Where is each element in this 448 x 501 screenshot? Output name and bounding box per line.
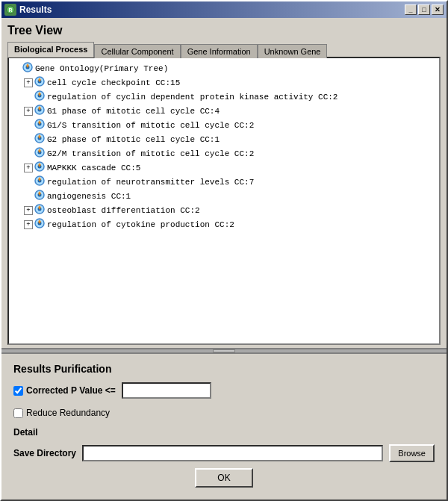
tree-item[interactable]: regulation of cyclin dependent protein k…: [12, 90, 436, 104]
save-directory-label: Save Directory: [13, 448, 76, 458]
gene-icon: [22, 62, 33, 75]
tree-item[interactable]: Gene Ontology(Primary Tree): [12, 61, 436, 75]
maximize-button[interactable]: □: [418, 4, 430, 15]
expand-button[interactable]: +: [24, 164, 33, 172]
tree-item-label: angiogenesis CC:1: [47, 192, 131, 201]
tree-item-label: regulation of neurotransmitter levels CC…: [47, 178, 254, 187]
title-bar-buttons: _ □ ✕: [405, 4, 444, 15]
tree-item-label: regulation of cytokine production CC:2: [47, 220, 234, 229]
expand-button[interactable]: +: [24, 107, 33, 116]
divider-bar[interactable]: [1, 348, 447, 354]
tree-item-label: G2 phase of mitotic cell cycle CC:1: [47, 135, 220, 144]
gene-icon: [34, 90, 45, 103]
tree-item[interactable]: +osteoblast differentiation CC:2: [12, 203, 436, 217]
browse-button[interactable]: Browse: [389, 444, 435, 462]
tree-item-label: G2/M transition of mitotic cell cycle CC…: [47, 149, 254, 158]
tree-item[interactable]: angiogenesis CC:1: [12, 189, 436, 203]
gene-icon: [34, 175, 45, 188]
tree-item-label: G1 phase of mitotic cell cycle CC:4: [47, 107, 220, 116]
tab-gene-information[interactable]: Gene Information: [181, 44, 258, 58]
tree-content[interactable]: Gene Ontology(Primary Tree)+cell cycle c…: [7, 57, 441, 345]
tab-cellular-component[interactable]: Cellular Component: [94, 44, 180, 58]
corrected-p-row: Corrected P Value <=: [13, 382, 435, 399]
gene-icon: [34, 147, 45, 160]
expand-button[interactable]: +: [24, 220, 33, 229]
corrected-p-checkbox[interactable]: [13, 386, 23, 396]
tree-view-title: Tree View: [7, 24, 441, 37]
tree-item[interactable]: +MAPKKK cascade CC:5: [12, 161, 436, 175]
tree-item-label: G1/S transition of mitotic cell cycle CC…: [47, 121, 254, 130]
tree-item[interactable]: +G1 phase of mitotic cell cycle CC:4: [12, 104, 436, 118]
corrected-p-input[interactable]: [122, 382, 211, 399]
tabs-container: Biological Process Cellular Component Ge…: [7, 42, 441, 57]
reduce-redundancy-row: Reduce Redundancy: [13, 408, 435, 418]
gene-icon: [34, 133, 45, 146]
results-purification: Results Purification Corrected P Value <…: [7, 357, 441, 494]
reduce-redundancy-label[interactable]: Reduce Redundancy: [13, 408, 110, 418]
gene-icon: [34, 218, 45, 231]
tree-view-section: Tree View Biological Process Cellular Co…: [7, 24, 441, 345]
gene-icon: [34, 161, 45, 174]
title-bar: R Results _ □ ✕: [1, 1, 447, 18]
tab-unknown-gene[interactable]: Unknown Gene: [258, 44, 328, 58]
minimize-button[interactable]: _: [405, 4, 417, 15]
ok-button[interactable]: OK: [195, 468, 252, 488]
results-window: R Results _ □ ✕ Tree View Biological Pro…: [0, 0, 448, 501]
detail-label: Detail: [13, 427, 38, 438]
tree-item[interactable]: +regulation of cytokine production CC:2: [12, 217, 436, 231]
close-button[interactable]: ✕: [432, 4, 444, 15]
save-directory-row: Save Directory Browse: [13, 444, 435, 462]
tree-item-label: osteoblast differentiation CC:2: [47, 206, 200, 215]
expand-button[interactable]: +: [24, 78, 33, 87]
tree-item-label: cell cycle checkpoint CC:15: [47, 78, 180, 87]
title-bar-text: R Results: [4, 4, 52, 16]
window-icon: R: [4, 4, 16, 16]
ok-button-row: OK: [13, 468, 435, 488]
tree-item[interactable]: G2 phase of mitotic cell cycle CC:1: [12, 132, 436, 146]
window-body: Tree View Biological Process Cellular Co…: [1, 18, 447, 500]
tab-biological-process[interactable]: Biological Process: [7, 42, 94, 57]
detail-section: Detail: [13, 427, 435, 438]
purification-title: Results Purification: [13, 363, 435, 375]
tree-item-label: regulation of cyclin dependent protein k…: [47, 93, 337, 102]
expand-button[interactable]: +: [24, 206, 33, 215]
gene-icon: [34, 204, 45, 217]
gene-icon: [34, 76, 45, 89]
corrected-p-label[interactable]: Corrected P Value <=: [13, 385, 116, 396]
tree-item[interactable]: +cell cycle checkpoint CC:15: [12, 75, 436, 90]
gene-icon: [34, 190, 45, 202]
reduce-redundancy-checkbox[interactable]: [13, 408, 23, 418]
divider-handle: [213, 349, 235, 352]
tree-item[interactable]: G1/S transition of mitotic cell cycle CC…: [12, 118, 436, 132]
svg-text:R: R: [8, 7, 12, 13]
gene-icon: [34, 119, 45, 131]
gene-icon: [34, 105, 45, 117]
tree-item[interactable]: regulation of neurotransmitter levels CC…: [12, 175, 436, 189]
tree-item-label: Gene Ontology(Primary Tree): [35, 64, 168, 73]
tree-item-label: MAPKKK cascade CC:5: [47, 164, 140, 172]
tree-item[interactable]: G2/M transition of mitotic cell cycle CC…: [12, 146, 436, 161]
save-directory-input[interactable]: [82, 445, 383, 461]
